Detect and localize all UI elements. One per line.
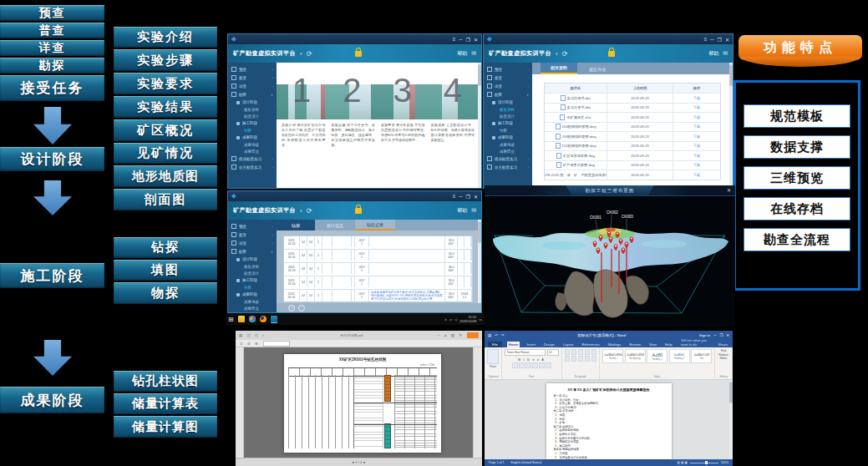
sidebar-group-result[interactable]: 成果阶段 — [228, 134, 277, 141]
sidebar-group-design[interactable]: 设计阶段 — [228, 256, 277, 263]
font-size-select[interactable]: 12 — [547, 349, 559, 356]
chrome-icon[interactable] — [249, 316, 256, 322]
sidebar-group-result[interactable]: 成果阶段 — [228, 291, 277, 298]
select-button[interactable]: Select — [720, 357, 728, 361]
system-tray[interactable]: ∧ ▱ ◁ 11:52 2019/10/08 ▭ — [444, 315, 482, 323]
undo-icon[interactable]: ↶ — [495, 333, 498, 337]
redo-icon[interactable]: ↷ — [501, 333, 505, 337]
view-mode-icons[interactable]: ▥ ▤ ▦ — [678, 461, 688, 464]
tab-submit[interactable]: 提交作业 — [579, 64, 616, 74]
pdf-right-rail[interactable] — [473, 347, 482, 458]
tab-design[interactable]: Design — [542, 342, 556, 347]
close-icon[interactable]: ✕ — [474, 37, 478, 43]
download-link[interactable]: 下载 — [673, 163, 720, 167]
sidebar-item-kantan[interactable]: 勘探∨ — [228, 90, 277, 99]
maximize-icon[interactable]: ❐ — [719, 333, 723, 337]
language-status[interactable]: English (United States) — [510, 461, 541, 464]
sidebar-sub-design[interactable]: 勘查设计 — [228, 270, 277, 276]
sidebar-item-kantan[interactable]: 勘探∨ — [228, 247, 277, 256]
sidebar-item-self[interactable]: 自主勘查实习› — [228, 163, 277, 171]
tab-review[interactable]: Review — [627, 342, 642, 347]
sidebar-sub-submit[interactable]: 成果提交 — [484, 148, 532, 154]
pdf-toolbar-icons-right[interactable]: ◔ ◕ ▥ ✎ — [438, 333, 464, 337]
refresh-icon[interactable]: ⟳ — [562, 50, 568, 58]
sidebar-item-simulated[interactable]: 模拟勘查实习› — [228, 312, 277, 312]
help-link[interactable]: 帮助 — [457, 207, 467, 215]
sidebar-sub-collect[interactable]: 收集资料 — [228, 263, 277, 270]
save-icon[interactable]: ▤ — [488, 333, 491, 337]
sidebar-item-pucha[interactable]: 普查› — [228, 73, 277, 82]
pdf-statusbar[interactable]: ◄ 1 / 2 ► — [236, 458, 482, 466]
word-document-area[interactable]: XX 省 XX 县大厂铜矿矿床勘探设计及预期资源储量报告 第一章 绪言 1、设计… — [485, 380, 733, 459]
paste-button-icon[interactable] — [487, 349, 499, 364]
close-icon[interactable]: ✕ — [726, 333, 729, 337]
page-count[interactable]: Page 1 of 1 — [489, 461, 504, 464]
minimize-icon[interactable]: ─ — [713, 333, 716, 337]
sidebar-group-construction[interactable]: 施工阶段 — [228, 276, 277, 284]
sidebar-sub-record[interactable]: 成果编录 — [228, 141, 277, 148]
mail-icon[interactable]: ✉ — [723, 50, 728, 57]
sidebar-item-yucha[interactable]: 预查› — [228, 222, 277, 230]
minimize-icon[interactable]: ─ — [459, 194, 462, 200]
style-title[interactable]: AaBbCcDTitle — [691, 349, 712, 363]
tab-references[interactable]: References — [581, 342, 602, 347]
sidebar-sub-record[interactable]: 成果编录 — [484, 141, 532, 148]
tab-view[interactable]: View — [647, 342, 658, 347]
close-icon[interactable]: ✕ — [725, 37, 729, 43]
close-icon[interactable]: ✕ — [474, 194, 478, 200]
refresh-icon[interactable]: ⟳ — [307, 50, 312, 58]
tab-file[interactable]: File — [488, 342, 502, 347]
page-indicator[interactable]: ◄ 1 / 2 ► — [352, 460, 367, 464]
sidebar-group-result[interactable]: 成果阶段 — [484, 134, 532, 141]
pdf-toolbar-icons[interactable]: ▤ ◫ ⎙ ⌕ — [239, 333, 266, 337]
tab-help[interactable]: Help — [663, 342, 674, 347]
word-page[interactable]: XX 省 XX 县大厂铜矿矿床勘探设计及预期资源储量报告 第一章 绪言 1、设计… — [546, 383, 672, 459]
style-heading2[interactable]: AaBbCHeading 2 — [669, 349, 690, 363]
tab-mailings[interactable]: Mailings — [607, 342, 622, 347]
clock[interactable]: 11:52 2019/10/08 — [459, 315, 476, 323]
tab-design-info[interactable]: 设计信息 — [315, 220, 355, 230]
sidebar-item-kantan[interactable]: 勘探∨ — [484, 90, 532, 99]
menu-icon[interactable]: ≡ — [453, 194, 456, 200]
tab-drilling[interactable]: 钻探 — [277, 220, 315, 230]
sidebar-sub-design[interactable]: 勘查设计 — [484, 113, 532, 119]
back-icon[interactable]: ‹ — [300, 207, 302, 215]
font-name-select[interactable]: Times New Roman — [505, 349, 546, 356]
zoom-slider[interactable] — [690, 463, 718, 463]
tab-home[interactable]: Home — [507, 342, 520, 347]
pdf-search-box[interactable] — [263, 341, 290, 347]
maximize-icon[interactable]: ❐ — [466, 37, 470, 43]
file-explorer-icon[interactable] — [238, 316, 245, 322]
sidebar-group-design[interactable]: 设计阶段 — [484, 99, 532, 106]
sidebar-item-self[interactable]: 自主勘查实习› — [484, 163, 532, 171]
sidebar-item-yucha[interactable]: 预查› — [228, 65, 277, 73]
download-link[interactable]: 下载 — [673, 124, 720, 129]
sidebar-group-design[interactable]: 设计阶段 — [228, 99, 277, 106]
sidebar-sub-record[interactable]: 成果编录 — [228, 298, 277, 305]
refresh-icon[interactable]: ⟳ — [307, 207, 312, 215]
sidebar-sub-submit[interactable]: 成果提交 — [228, 305, 277, 312]
sidebar-item-yucha[interactable]: 预查› — [484, 65, 532, 73]
menu-icon[interactable]: ≡ — [704, 37, 708, 43]
tab-drill-record[interactable]: 钻孔记录 — [355, 220, 395, 230]
menu-icon[interactable]: ≡ — [453, 37, 456, 43]
viz-3d-scene[interactable]: CK001 CK002 CK003 — [485, 195, 735, 327]
style-no-spacing[interactable]: AaBbCcDdNo Spacing — [625, 349, 646, 363]
window-controls[interactable]: ≡ ─ ❐ ✕ — [704, 37, 729, 43]
pager-prev[interactable]: ‹ — [298, 305, 305, 312]
window-controls[interactable]: ≡ ─ ❐ ✕ — [453, 194, 478, 200]
sidebar-sub-submit[interactable]: 成果提交 — [228, 148, 277, 154]
style-heading1[interactable]: AaBIHeading 1 — [647, 349, 667, 363]
download-link[interactable]: 下载 — [673, 144, 720, 148]
firefox-icon[interactable] — [260, 316, 266, 322]
sidebar-item-simulated[interactable]: 模拟勘查实习› — [228, 154, 277, 163]
scrollbar[interactable] — [729, 380, 733, 459]
paste-label[interactable]: Paste — [490, 365, 496, 368]
help-link[interactable]: 帮助 — [708, 50, 718, 58]
sidebar-item-xiangcha[interactable]: 详查› — [228, 82, 277, 90]
sidebar-item-xiangcha[interactable]: 详查› — [228, 239, 277, 247]
sidebar-sub-collect[interactable]: 收集资料 — [228, 106, 277, 113]
download-link[interactable]: 下载 — [673, 173, 720, 177]
download-link[interactable]: 下载 — [673, 115, 720, 119]
sidebar-item-pucha[interactable]: 普查› — [228, 230, 277, 239]
